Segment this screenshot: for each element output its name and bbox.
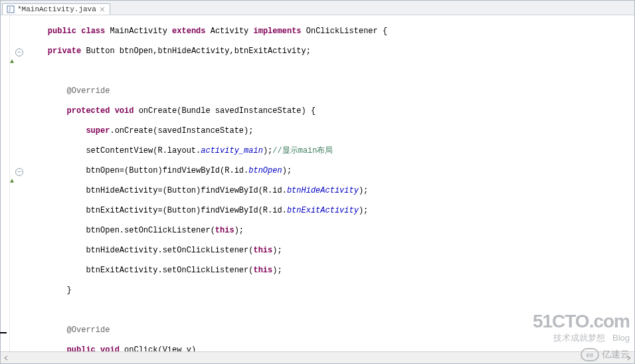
watermark-badge: ee 亿速云 [581, 348, 630, 361]
cursor-mark [1, 332, 7, 333]
gutter[interactable]: − ▲ − ▲ [10, 15, 29, 351]
java-file-icon: J [7, 5, 15, 13]
scroll-left-icon[interactable] [1, 353, 11, 363]
svg-text:J: J [9, 7, 11, 13]
editor-container: J *MainActivity.java − ▲ − ▲ public clas… [0, 0, 635, 364]
override-icon[interactable]: ▲ [10, 177, 14, 185]
horizontal-scrollbar[interactable] [1, 351, 634, 363]
badge-icon: ee [581, 348, 599, 361]
left-ruler [1, 15, 10, 351]
fold-icon[interactable]: − [15, 48, 23, 56]
code-content[interactable]: public class MainActivity extends Activi… [29, 15, 634, 351]
tab-filename: *MainActivity.java [17, 5, 96, 13]
code-area[interactable]: − ▲ − ▲ public class MainActivity extend… [1, 15, 634, 351]
tab-mainactivity[interactable]: J *MainActivity.java [2, 3, 110, 15]
fold-icon[interactable]: − [15, 168, 23, 176]
close-tab-icon[interactable] [99, 6, 106, 13]
badge-text: 亿速云 [602, 349, 630, 361]
tab-bar: J *MainActivity.java [1, 1, 634, 15]
override-icon[interactable]: ▲ [10, 58, 14, 65]
